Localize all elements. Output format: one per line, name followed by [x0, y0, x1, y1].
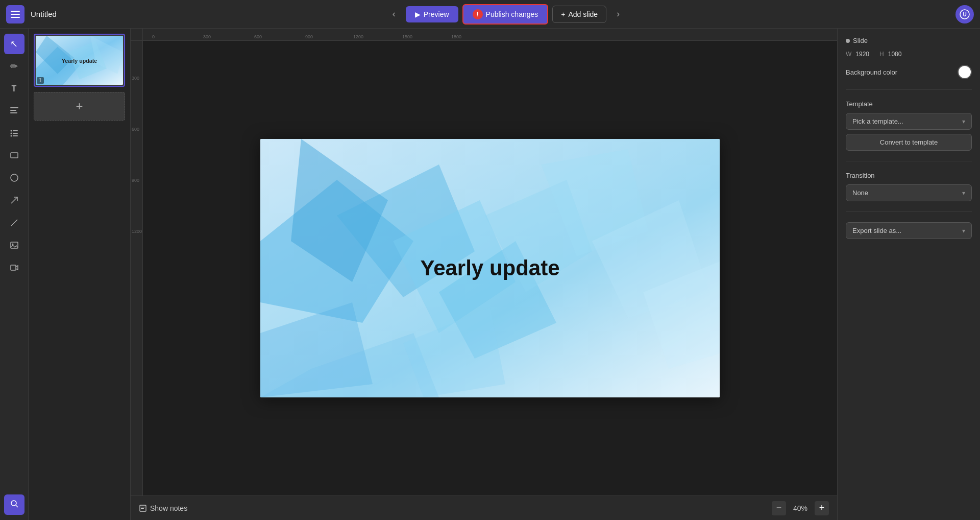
canvas-scroll: Yearly update: [143, 41, 837, 495]
ruler-top: 0 300 600 900 1200 1500 1800: [143, 29, 837, 41]
svg-point-7: [10, 132, 12, 134]
slide-properties-section: Slide W 1920 H 1080 Background color: [846, 37, 972, 79]
show-notes-button[interactable]: Show notes: [139, 504, 187, 512]
topbar-right: U: [955, 5, 974, 23]
align-icon: [10, 106, 19, 117]
nav-prev-button[interactable]: ‹: [386, 7, 402, 22]
list-icon: [10, 128, 19, 140]
dimensions-row: W 1920 H 1080: [846, 51, 972, 58]
image-tool-button[interactable]: [4, 236, 24, 256]
left-toolbar: ↖ ✏ T: [0, 29, 29, 520]
rect-icon: [10, 151, 19, 162]
transition-section: Transition None ▾: [846, 172, 972, 201]
nav-next-button[interactable]: ›: [610, 7, 626, 22]
pen-icon: ✏: [10, 61, 18, 72]
svg-point-5: [10, 130, 12, 131]
warning-icon: !: [473, 9, 483, 19]
topbar: Untitled ‹ ▶ Preview ! Publish changes +…: [0, 0, 980, 29]
ruler-left: 300 600 900 1200: [131, 41, 143, 495]
add-slide-button[interactable]: + Add slide: [552, 6, 606, 23]
list-tool-button[interactable]: [4, 124, 24, 144]
select-tool-button[interactable]: ↖: [4, 34, 24, 54]
circle-icon: [10, 173, 19, 185]
template-select-dropdown[interactable]: Pick a template... ▾: [846, 113, 972, 130]
height-label: H: [879, 51, 884, 58]
text-icon: T: [12, 84, 17, 93]
svg-rect-8: [13, 133, 18, 134]
template-label: Template: [846, 100, 972, 108]
svg-rect-15: [11, 242, 18, 248]
svg-line-14: [11, 220, 17, 226]
svg-rect-40: [141, 507, 145, 507]
search-icon: [10, 499, 19, 511]
divider-1: [846, 89, 972, 90]
svg-line-19: [16, 505, 18, 507]
transition-dropdown-arrow: ▾: [962, 190, 965, 197]
arrow-tool-button[interactable]: [4, 191, 24, 211]
divider-2: [846, 161, 972, 161]
svg-rect-41: [141, 508, 144, 509]
slide-panel: Yearly update 1 +: [29, 29, 131, 520]
search-tool-button[interactable]: [4, 494, 24, 515]
preview-button[interactable]: ▶ Preview: [406, 6, 458, 22]
pen-tool-button[interactable]: ✏: [4, 56, 24, 77]
rect-tool-button[interactable]: [4, 146, 24, 167]
avatar[interactable]: U: [955, 5, 974, 23]
svg-rect-10: [13, 135, 18, 136]
width-label: W: [846, 51, 851, 58]
background-color-row: Background color: [846, 65, 972, 79]
export-dropdown[interactable]: Export slide as... ▾: [846, 222, 972, 239]
right-panel: Slide W 1920 H 1080 Background color Tem…: [837, 29, 980, 520]
main-area: ↖ ✏ T: [0, 29, 980, 520]
transition-label: Transition: [846, 172, 972, 179]
svg-rect-2: [10, 107, 18, 108]
svg-point-9: [10, 135, 12, 136]
zoom-value: 40%: [790, 504, 811, 512]
image-icon: [10, 241, 19, 252]
slide-number-1: 1: [37, 77, 44, 84]
document-title[interactable]: Untitled: [31, 10, 57, 18]
svg-point-18: [11, 501, 16, 506]
svg-text:Yearly update: Yearly update: [62, 58, 97, 64]
plus-icon: +: [561, 10, 565, 18]
slide-thumb-inner-1: Yearly update: [36, 36, 123, 85]
play-icon: ▶: [415, 10, 421, 18]
svg-rect-17: [11, 265, 16, 270]
convert-to-template-button[interactable]: Convert to template: [846, 134, 972, 151]
template-section: Template Pick a template... ▾ Convert to…: [846, 100, 972, 151]
add-slide-panel-button[interactable]: +: [34, 92, 125, 121]
publish-button[interactable]: ! Publish changes: [462, 4, 549, 25]
slide-thumbnail-1[interactable]: Yearly update 1: [34, 34, 125, 87]
svg-point-12: [11, 174, 18, 181]
circle-tool-button[interactable]: [4, 169, 24, 189]
zoom-controls: − 40% +: [772, 501, 829, 515]
hamburger-icon: [11, 11, 20, 18]
menu-button[interactable]: [6, 5, 24, 23]
export-section: Export slide as... ▾: [846, 222, 972, 239]
svg-text:U: U: [963, 12, 966, 17]
svg-rect-11: [11, 153, 18, 158]
width-value: 1920: [855, 51, 869, 58]
video-icon: [10, 263, 19, 275]
canvas-content: 300 600 900 1200: [131, 41, 837, 495]
background-color-label: Background color: [846, 68, 897, 76]
zoom-out-button[interactable]: −: [772, 501, 786, 515]
zoom-in-button[interactable]: +: [815, 501, 829, 515]
align-tool-button[interactable]: [4, 101, 24, 122]
arrow-icon: [10, 196, 19, 207]
video-tool-button[interactable]: [4, 258, 24, 279]
line-icon: [10, 218, 19, 230]
slide-title-text: Yearly update: [420, 256, 559, 280]
template-dropdown-arrow: ▾: [962, 118, 965, 125]
text-tool-button[interactable]: T: [4, 79, 24, 99]
height-value: 1080: [888, 51, 902, 58]
slide-canvas[interactable]: Yearly update: [260, 139, 720, 397]
svg-rect-3: [10, 110, 16, 111]
cursor-icon: ↖: [10, 38, 18, 50]
svg-point-16: [12, 243, 13, 245]
transition-dropdown[interactable]: None ▾: [846, 184, 972, 201]
line-tool-button[interactable]: [4, 214, 24, 234]
export-dropdown-arrow: ▾: [962, 227, 965, 234]
background-color-swatch[interactable]: [958, 65, 972, 79]
topbar-center: ‹ ▶ Preview ! Publish changes + Add slid…: [63, 4, 949, 25]
